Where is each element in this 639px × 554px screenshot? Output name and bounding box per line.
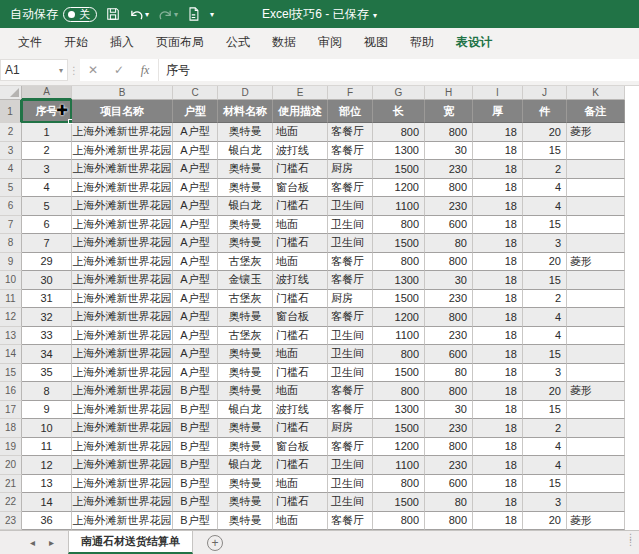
cell-E3[interactable]: 波打线	[273, 142, 328, 161]
row-header-9[interactable]: 9	[0, 253, 22, 272]
cell-D3[interactable]: 银白龙	[218, 142, 273, 161]
cell-D21[interactable]: 奥特曼	[218, 475, 273, 494]
cell-J10[interactable]: 15	[523, 271, 567, 290]
autosave-toggle[interactable]: 自动保存 关	[10, 6, 97, 23]
add-sheet-icon[interactable]: +	[207, 535, 223, 551]
cell-F7[interactable]: 卫生间	[328, 216, 373, 235]
cell-D15[interactable]: 奥特曼	[218, 364, 273, 383]
cell-I10[interactable]: 18	[473, 271, 523, 290]
cell-B23[interactable]: 上海外滩新世界花园	[72, 512, 173, 531]
column-header-C[interactable]: C	[173, 86, 218, 100]
cell-E7[interactable]: 地面	[273, 216, 328, 235]
cell-H19[interactable]: 800	[425, 438, 473, 457]
cell-E12[interactable]: 窗台板	[273, 308, 328, 327]
row-header-19[interactable]: 19	[0, 438, 22, 457]
cell-E16[interactable]: 地面	[273, 382, 328, 401]
row-header-16[interactable]: 16	[0, 382, 22, 401]
cell-K18[interactable]	[567, 419, 625, 438]
cell-C10[interactable]: A户型	[173, 271, 218, 290]
cell-H12[interactable]: 800	[425, 308, 473, 327]
cell-B11[interactable]: 上海外滩新世界花园	[72, 290, 173, 309]
cell-G13[interactable]: 1100	[373, 327, 425, 346]
cell-H4[interactable]: 230	[425, 160, 473, 179]
cell-D18[interactable]: 奥特曼	[218, 419, 273, 438]
cell-A10[interactable]: 30	[22, 271, 72, 290]
cell-I6[interactable]: 18	[473, 197, 523, 216]
cell-K9[interactable]: 菱形	[567, 253, 625, 272]
column-header-D[interactable]: D	[218, 86, 273, 100]
cell-B20[interactable]: 上海外滩新世界花园	[72, 456, 173, 475]
cell-I14[interactable]: 18	[473, 345, 523, 364]
cell-F17[interactable]: 客餐厅	[328, 401, 373, 420]
cell-J11[interactable]: 2	[523, 290, 567, 309]
cell-H18[interactable]: 230	[425, 419, 473, 438]
cell-B22[interactable]: 上海外滩新世界花园	[72, 493, 173, 512]
cell-G5[interactable]: 1200	[373, 179, 425, 198]
cell-C7[interactable]: A户型	[173, 216, 218, 235]
cell-B9[interactable]: 上海外滩新世界花园	[72, 253, 173, 272]
cell-D23[interactable]: 奥特曼	[218, 512, 273, 531]
cell-K22[interactable]	[567, 493, 625, 512]
cell-K23[interactable]: 菱形	[567, 512, 625, 531]
cell-B15[interactable]: 上海外滩新世界花园	[72, 364, 173, 383]
cell-F11[interactable]: 厨房	[328, 290, 373, 309]
cell-C11[interactable]: A户型	[173, 290, 218, 309]
cell-F10[interactable]: 客餐厅	[328, 271, 373, 290]
cell-D22[interactable]: 奥特曼	[218, 493, 273, 512]
cell-D16[interactable]: 奥特曼	[218, 382, 273, 401]
cell-C4[interactable]: A户型	[173, 160, 218, 179]
cell-J19[interactable]: 4	[523, 438, 567, 457]
cell-F20[interactable]: 卫生间	[328, 456, 373, 475]
cell-B10[interactable]: 上海外滩新世界花园	[72, 271, 173, 290]
cell-H1[interactable]: 宽	[425, 100, 473, 123]
cell-A7[interactable]: 6	[22, 216, 72, 235]
cell-I8[interactable]: 18	[473, 234, 523, 253]
cell-F23[interactable]: 客餐厅	[328, 512, 373, 531]
cell-H7[interactable]: 600	[425, 216, 473, 235]
cell-C15[interactable]: A户型	[173, 364, 218, 383]
cell-H8[interactable]: 80	[425, 234, 473, 253]
row-header-1[interactable]: 1	[0, 100, 22, 123]
cell-I19[interactable]: 18	[473, 438, 523, 457]
cell-K15[interactable]	[567, 364, 625, 383]
tab-nav-left-icon[interactable]: ◂	[30, 537, 35, 548]
cell-C20[interactable]: B户型	[173, 456, 218, 475]
ribbon-tab-file[interactable]: 文件	[8, 29, 52, 56]
cell-C6[interactable]: A户型	[173, 197, 218, 216]
cell-B4[interactable]: 上海外滩新世界花园	[72, 160, 173, 179]
cell-J2[interactable]: 20	[523, 123, 567, 142]
cell-K13[interactable]	[567, 327, 625, 346]
row-header-17[interactable]: 17	[0, 401, 22, 420]
column-header-J[interactable]: J	[523, 86, 567, 100]
cell-I16[interactable]: 18	[473, 382, 523, 401]
cell-A8[interactable]: 7	[22, 234, 72, 253]
cell-B18[interactable]: 上海外滩新世界花园	[72, 419, 173, 438]
ribbon-tab-table-design[interactable]: 表设计	[446, 29, 502, 56]
cell-H11[interactable]: 230	[425, 290, 473, 309]
cell-F4[interactable]: 厨房	[328, 160, 373, 179]
cell-G3[interactable]: 1300	[373, 142, 425, 161]
cell-B2[interactable]: 上海外滩新世界花园	[72, 123, 173, 142]
cell-A1[interactable]: 序号✚	[22, 100, 72, 123]
cell-D14[interactable]: 奥特曼	[218, 345, 273, 364]
cell-J23[interactable]: 20	[523, 512, 567, 531]
cell-F13[interactable]: 卫生间	[328, 327, 373, 346]
cell-J7[interactable]: 15	[523, 216, 567, 235]
cell-K19[interactable]	[567, 438, 625, 457]
cell-C5[interactable]: A户型	[173, 179, 218, 198]
cell-I1[interactable]: 厚	[473, 100, 523, 123]
cell-E13[interactable]: 门槛石	[273, 327, 328, 346]
cell-G16[interactable]: 800	[373, 382, 425, 401]
cell-C19[interactable]: B户型	[173, 438, 218, 457]
cell-C1[interactable]: 户型	[173, 100, 218, 123]
cell-A3[interactable]: 2	[22, 142, 72, 161]
cell-I15[interactable]: 18	[473, 364, 523, 383]
cell-K8[interactable]	[567, 234, 625, 253]
row-header-21[interactable]: 21	[0, 475, 22, 494]
qat-customize-icon[interactable]: ▾	[210, 10, 214, 19]
cell-A19[interactable]: 11	[22, 438, 72, 457]
cell-D12[interactable]: 奥特曼	[218, 308, 273, 327]
cell-A2[interactable]: 1	[22, 123, 72, 142]
cell-B19[interactable]: 上海外滩新世界花园	[72, 438, 173, 457]
cell-J9[interactable]: 20	[523, 253, 567, 272]
